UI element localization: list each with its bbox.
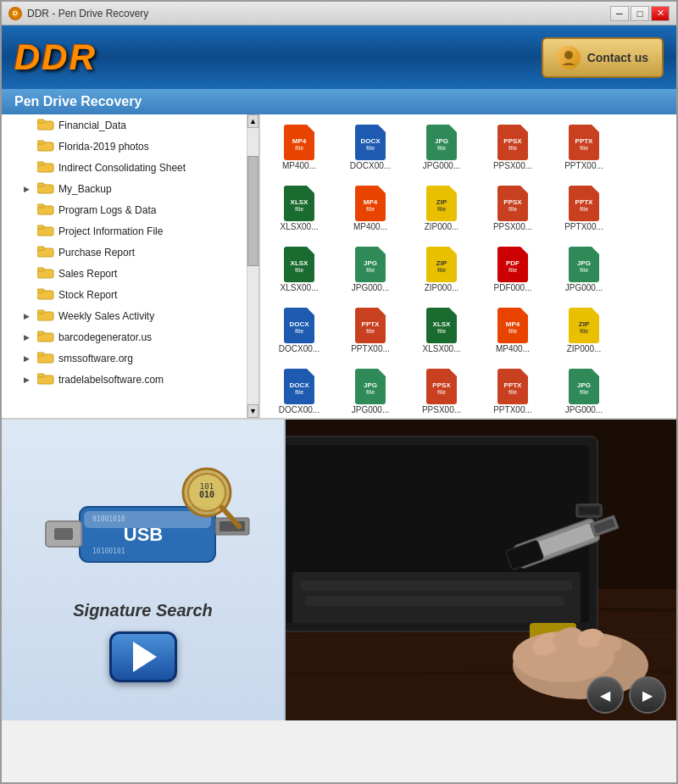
tree-item[interactable]: ▶ smssoftware.org xyxy=(2,348,247,369)
file-name: PPTX00... xyxy=(564,161,603,171)
file-item[interactable]: JPG file JPG000... xyxy=(407,119,476,178)
prev-button[interactable]: ◀ xyxy=(586,676,624,714)
expand-icon[interactable]: ▶ xyxy=(24,185,37,193)
file-name: ZIP000... xyxy=(425,222,459,232)
file-icon: XLSX file xyxy=(283,187,315,220)
close-button[interactable]: ✕ xyxy=(651,6,670,21)
tree-item-label: Stock Report xyxy=(58,289,117,301)
folder-icon xyxy=(37,329,54,345)
tree-item-label: Project Information File xyxy=(58,225,163,237)
scroll-up-btn[interactable]: ▲ xyxy=(247,114,258,128)
file-icon: DOCX file xyxy=(283,370,315,403)
file-item[interactable]: MP4 file MP400... xyxy=(264,119,334,178)
contact-button[interactable]: Contact us xyxy=(542,37,664,78)
file-item[interactable]: XLSX file XLSX00... xyxy=(407,302,476,361)
file-item[interactable]: ZIP file ZIP000... xyxy=(549,302,619,361)
file-name: JPG000... xyxy=(352,405,389,415)
file-icon: PDF file xyxy=(497,248,529,281)
scroll-down-btn[interactable]: ▼ xyxy=(247,404,258,418)
file-item[interactable]: MP4 file MP400... xyxy=(478,302,547,361)
tree-item[interactable]: Stock Report xyxy=(2,284,247,305)
svg-rect-2 xyxy=(37,120,44,123)
prev-icon: ◀ xyxy=(600,687,610,703)
svg-rect-50 xyxy=(305,596,564,606)
file-name: DOCX00... xyxy=(350,161,391,171)
tree-item[interactable]: Indirect Consolidating Sheet xyxy=(2,157,247,178)
file-item[interactable]: DOCX file DOCX00... xyxy=(264,302,334,361)
tree-item-label: Weekly Sales Activity xyxy=(58,310,154,322)
tree-item[interactable]: Florida-2019 photos xyxy=(2,136,247,157)
folder-icon xyxy=(37,223,54,239)
svg-rect-26 xyxy=(37,374,44,377)
file-name: JPG000... xyxy=(565,283,603,293)
expand-icon[interactable]: ▶ xyxy=(24,333,37,342)
tree-item[interactable]: ▶ barcodegenerator.us xyxy=(2,326,247,348)
svg-rect-12 xyxy=(37,225,44,229)
tree-scrollbar[interactable]: ▲ ▼ xyxy=(247,114,258,418)
expand-icon[interactable]: ▶ xyxy=(24,312,37,320)
file-item[interactable]: PPTX file PPTX00... xyxy=(478,363,547,418)
folder-icon xyxy=(37,159,54,175)
file-item[interactable]: DOCX file DOCX00... xyxy=(336,119,405,178)
file-item[interactable]: DOCX file DOCX00... xyxy=(264,363,334,418)
tree-item[interactable]: Financial_Data xyxy=(2,114,247,136)
svg-text:10100101: 10100101 xyxy=(92,548,125,555)
svg-rect-16 xyxy=(37,268,44,271)
tree-item[interactable]: Purchase Report xyxy=(2,242,247,263)
file-name: ZIP000... xyxy=(567,344,602,354)
tree-item[interactable]: ▶ tradelabelsoftware.com xyxy=(2,369,247,390)
file-item[interactable]: JPG file JPG000... xyxy=(549,363,619,418)
file-name: PPSX00... xyxy=(422,405,461,415)
expand-icon[interactable]: ▶ xyxy=(24,354,37,363)
file-icon: MP4 file xyxy=(497,309,529,342)
file-item[interactable]: PPTX file PPTX00... xyxy=(336,302,405,361)
file-icon: ZIP file xyxy=(425,248,458,281)
maximize-button[interactable]: □ xyxy=(631,6,649,21)
tree-item-label: smssoftware.org xyxy=(58,353,133,364)
minimize-button[interactable]: ─ xyxy=(610,6,629,21)
svg-text:01001010: 01001010 xyxy=(92,515,125,523)
file-item[interactable]: PPTX file PPTX00... xyxy=(549,180,619,239)
file-panel: MP4 file MP400... DOCX file DOCX00... JP… xyxy=(260,114,676,418)
file-item[interactable]: MP4 file MP400... xyxy=(336,180,405,239)
tree-item[interactable]: ▶ Weekly Sales Activity xyxy=(2,305,247,326)
tree-item[interactable]: Program Logs & Data xyxy=(2,199,247,220)
file-icon: PPSX file xyxy=(497,187,529,220)
file-name: PPTX00... xyxy=(564,222,603,232)
photo-section: intel inside xyxy=(286,420,676,720)
file-name: PPSX00... xyxy=(493,161,532,171)
file-item[interactable]: PPSX file PPSX00... xyxy=(407,363,476,418)
expand-icon[interactable]: ▶ xyxy=(24,375,37,384)
window-controls: ─ □ ✕ xyxy=(610,6,670,21)
svg-rect-18 xyxy=(37,289,44,292)
file-item[interactable]: XLSX file XLSX00... xyxy=(264,241,334,300)
file-item[interactable]: ZIP file ZIP000... xyxy=(407,241,476,300)
file-item[interactable]: PPTX file PPTX00... xyxy=(549,119,619,178)
file-name: PPTX00... xyxy=(351,344,390,354)
next-icon: ▶ xyxy=(642,687,653,703)
tree-item[interactable]: Sales Report xyxy=(2,263,247,284)
file-name: DOCX00... xyxy=(279,344,320,354)
tree-item-label: Sales Report xyxy=(58,268,117,280)
file-icon: JPG file xyxy=(568,248,600,281)
file-item[interactable]: ZIP file ZIP000... xyxy=(407,180,476,239)
file-item[interactable]: PPSX file PPSX00... xyxy=(478,119,547,178)
file-item[interactable]: PPSX file PPSX00... xyxy=(478,180,547,239)
file-item[interactable]: JPG file JPG000... xyxy=(336,241,405,300)
file-item[interactable]: JPG file JPG000... xyxy=(549,241,619,300)
play-button[interactable] xyxy=(109,631,177,682)
tree-item-label: Financial_Data xyxy=(58,120,126,131)
tree-item[interactable]: Project Information File xyxy=(2,220,247,242)
file-icon: PPTX file xyxy=(568,126,600,158)
file-item[interactable]: JPG file JPG000... xyxy=(336,363,405,418)
tree-item-label: Florida-2019 photos xyxy=(58,141,149,153)
tree-item-label: My_Backup xyxy=(58,183,112,195)
scroll-thumb[interactable] xyxy=(247,156,258,266)
svg-rect-33 xyxy=(54,528,73,540)
file-icon: PPTX file xyxy=(497,370,529,403)
file-name: JPG000... xyxy=(565,405,603,415)
next-button[interactable]: ▶ xyxy=(629,676,666,714)
file-item[interactable]: PDF file PDF000... xyxy=(478,241,547,300)
file-item[interactable]: XLSX file XLSX00... xyxy=(264,180,334,239)
tree-item[interactable]: ▶ My_Backup xyxy=(2,178,247,199)
